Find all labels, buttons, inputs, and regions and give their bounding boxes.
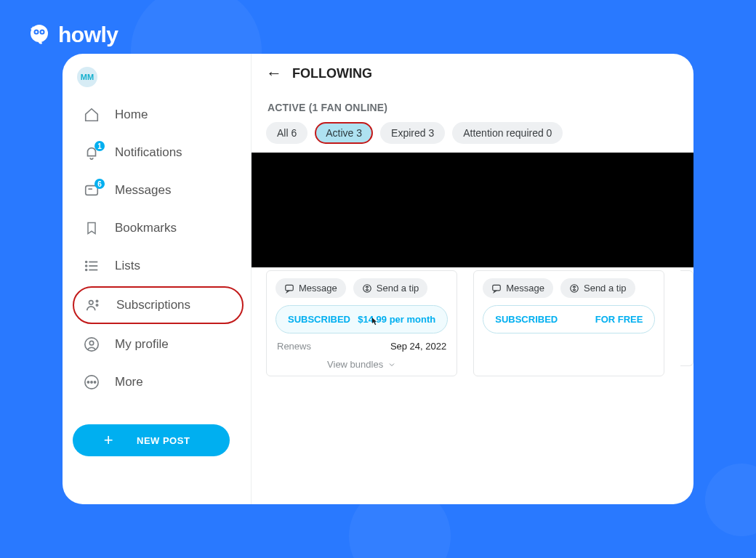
main-panel: ← FOLLOWING ACTIVE (1 FAN ONLINE) All 6 … — [252, 54, 693, 504]
message-label: Message — [506, 283, 544, 294]
subscriptions-icon — [84, 296, 102, 314]
svg-point-20 — [94, 381, 95, 383]
sidebar-item-notifications[interactable]: 1 Notifications — [73, 135, 244, 170]
chat-icon — [491, 283, 502, 294]
subscription-price: FOR FREE — [595, 314, 643, 325]
bookmark-icon — [83, 219, 100, 237]
svg-point-14 — [96, 304, 97, 306]
filter-active[interactable]: Active 3 — [315, 122, 373, 144]
svg-point-19 — [91, 381, 92, 383]
svg-point-15 — [85, 338, 98, 351]
send-tip-button[interactable]: Send a tip — [353, 278, 428, 298]
home-icon — [83, 106, 100, 124]
sidebar-item-subscriptions[interactable]: Subscriptions — [73, 286, 244, 324]
sidebar-item-label: Messages — [115, 183, 171, 198]
new-post-button[interactable]: + NEW POST — [73, 424, 230, 456]
sidebar: MM Home 1 Notifications 6 Messages — [63, 54, 252, 504]
bell-icon: 1 — [83, 144, 100, 161]
renews-label: Renews — [277, 341, 311, 352]
owl-icon — [26, 22, 52, 48]
view-bundles-link[interactable]: View bundles — [276, 359, 448, 370]
svg-point-10 — [86, 265, 87, 267]
sidebar-item-label: Lists — [115, 259, 140, 273]
message-label: Message — [299, 283, 337, 294]
subscription-card-peek — [680, 270, 693, 366]
notification-badge: 1 — [94, 141, 105, 151]
dollar-icon — [362, 283, 372, 294]
chevron-down-icon — [387, 360, 396, 369]
svg-rect-21 — [286, 285, 294, 291]
renews-date: Sep 24, 2022 — [390, 341, 446, 352]
sidebar-item-label: More — [115, 375, 143, 389]
message-badge: 6 — [94, 179, 105, 189]
sidebar-item-label: Subscriptions — [116, 298, 190, 312]
sidebar-item-profile[interactable]: My profile — [73, 327, 244, 362]
svg-point-3 — [36, 31, 38, 33]
sidebar-item-more[interactable]: More — [73, 365, 244, 400]
filter-all[interactable]: All 6 — [266, 122, 307, 144]
sidebar-item-label: Home — [115, 108, 148, 122]
card-actions: Message Send a tip — [276, 278, 448, 298]
sidebar-item-label: Notifications — [115, 145, 182, 160]
filter-expired[interactable]: Expired 3 — [380, 122, 445, 144]
tip-label: Send a tip — [584, 283, 627, 294]
sidebar-item-bookmarks[interactable]: Bookmarks — [73, 211, 244, 246]
svg-point-16 — [89, 341, 94, 345]
subscription-status: SUBSCRIBED — [288, 314, 350, 325]
svg-point-4 — [41, 31, 44, 33]
send-tip-button[interactable]: Send a tip — [560, 278, 635, 298]
status-subheading: ACTIVE (1 FAN ONLINE) — [268, 102, 693, 113]
subscription-card: Message Send a tip SUBSCRIBED $14.99 per… — [266, 270, 457, 376]
message-button[interactable]: Message — [483, 278, 553, 298]
sidebar-item-messages[interactable]: 6 Messages — [73, 173, 244, 208]
subscription-status: SUBSCRIBED — [495, 314, 558, 325]
tip-label: Send a tip — [377, 283, 419, 294]
card-actions: Message Send a tip — [483, 278, 655, 298]
subscribed-button[interactable]: SUBSCRIBED $14.99 per month — [276, 305, 448, 333]
new-post-label: NEW POST — [137, 435, 190, 446]
svg-rect-23 — [493, 285, 501, 291]
subscription-cards: Message Send a tip SUBSCRIBED $14.99 per… — [266, 270, 693, 376]
message-icon: 6 — [83, 182, 100, 199]
sidebar-item-label: My profile — [115, 337, 169, 352]
chat-icon — [284, 283, 294, 294]
plus-icon: + — [104, 432, 113, 448]
subscribed-button[interactable]: SUBSCRIBED FOR FREE — [483, 305, 655, 333]
profile-icon — [83, 336, 100, 353]
filter-row: All 6 Active 3 Expired 3 Attention requi… — [266, 122, 693, 144]
cursor-icon — [368, 316, 379, 329]
brand-logo: howly — [26, 22, 118, 48]
sidebar-item-label: Bookmarks — [115, 221, 177, 235]
back-arrow-icon[interactable]: ← — [266, 64, 282, 83]
page-header: ← FOLLOWING — [266, 64, 693, 92]
renew-row: Renews Sep 24, 2022 — [276, 341, 448, 352]
avatar[interactable]: MM — [77, 67, 97, 87]
list-icon — [83, 257, 100, 275]
brand-name: howly — [58, 23, 118, 47]
svg-point-9 — [86, 262, 87, 263]
message-button[interactable]: Message — [276, 278, 346, 298]
subscription-card: Message Send a tip SUBSCRIBED FOR FREE — [473, 270, 664, 376]
view-bundles-label: View bundles — [327, 359, 383, 370]
sidebar-item-lists[interactable]: Lists — [73, 248, 244, 283]
dollar-icon — [569, 283, 579, 294]
svg-point-13 — [96, 300, 97, 302]
filter-attention[interactable]: Attention required 0 — [452, 122, 563, 144]
app-card: MM Home 1 Notifications 6 Messages — [63, 54, 693, 504]
svg-point-11 — [86, 270, 87, 271]
sidebar-item-home[interactable]: Home — [73, 97, 244, 132]
svg-point-18 — [87, 381, 89, 383]
svg-point-12 — [89, 301, 94, 305]
redacted-content — [252, 153, 693, 267]
page-title: FOLLOWING — [292, 66, 372, 81]
more-icon — [83, 373, 100, 391]
bg-decoration — [705, 464, 756, 536]
